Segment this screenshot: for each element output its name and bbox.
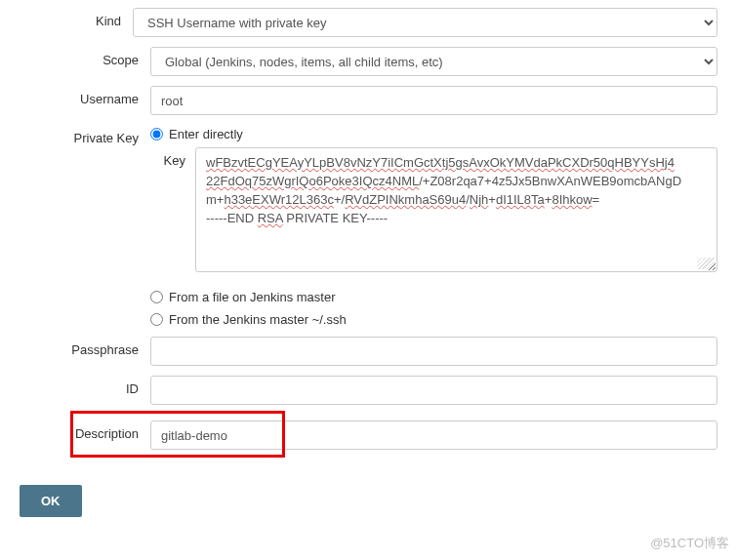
key-textarea[interactable]: wFBzvtECgYEAyYLpBV8vNzY7iICmGctXtj5gsAvx… [195, 147, 717, 272]
id-label: ID [47, 376, 150, 396]
kind-label: Kind [8, 8, 133, 28]
passphrase-label: Passphrase [47, 337, 150, 357]
key-label: Key [150, 147, 195, 168]
scope-select[interactable]: Global (Jenkins, nodes, items, all child… [150, 47, 717, 76]
enter-directly-radio[interactable] [150, 128, 163, 140]
private-key-label: Private Key [62, 125, 150, 145]
from-file-radio[interactable] [150, 291, 163, 303]
from-ssh-label: From the Jenkins master ~/.ssh [169, 312, 347, 327]
ok-button[interactable]: OK [20, 485, 82, 517]
kind-select[interactable]: SSH Username with private key [133, 8, 717, 37]
username-label: Username [62, 86, 150, 106]
scope-label: Scope [82, 47, 150, 67]
watermark: @51CTO博客 [650, 535, 729, 537]
from-file-label: From a file on Jenkins master [169, 290, 336, 304]
from-ssh-radio[interactable] [150, 313, 163, 326]
username-input[interactable] [150, 86, 717, 115]
description-input[interactable] [150, 420, 717, 450]
passphrase-input[interactable] [150, 337, 717, 366]
resize-handle[interactable] [697, 258, 715, 269]
description-label: Description [47, 420, 150, 441]
enter-directly-label: Enter directly [169, 127, 243, 141]
id-input[interactable] [150, 376, 717, 405]
